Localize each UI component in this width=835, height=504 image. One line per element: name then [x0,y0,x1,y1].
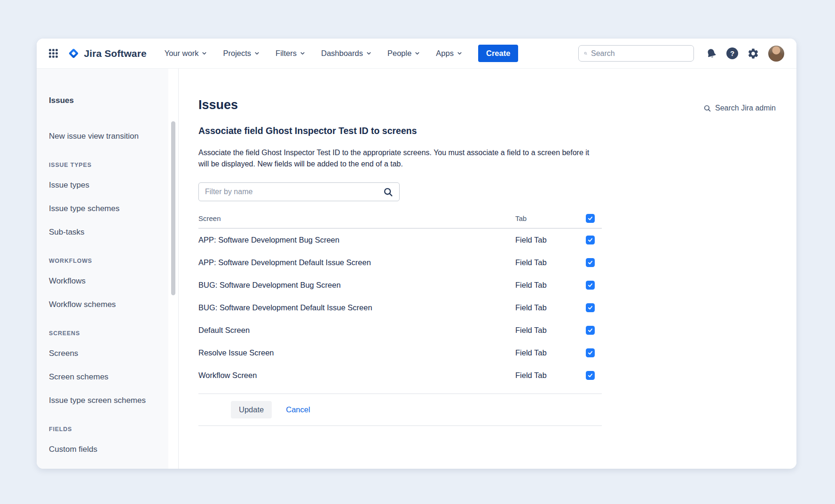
sidebar-section-issue-types: ISSUE TYPES [49,162,159,168]
filter-by-name-input[interactable] [205,188,379,196]
jira-diamond-icon [67,47,80,60]
sidebar-item-sub-tasks[interactable]: Sub-tasks [49,228,159,236]
sidebar-item-screens[interactable]: Screens [49,349,159,358]
nav-projects[interactable]: Projects [223,49,260,58]
nav-label: Your work [165,49,199,58]
screen-name: APP: Software Development Bug Screen [198,236,515,244]
nav-label: People [387,49,411,58]
app-switcher-icon[interactable] [49,49,58,58]
sidebar-item-custom-fields[interactable]: Custom fields [49,445,159,454]
row-checkbox[interactable] [586,326,595,335]
search-icon [383,187,393,197]
table-row: Resolve Issue Screen Field Tab [198,341,602,364]
main-content: Search Jira admin Issues Associate field… [179,69,796,469]
nav-dashboards[interactable]: Dashboards [321,49,371,58]
chevron-down-icon [202,51,207,56]
screen-name: APP: Software Development Default Issue … [198,258,515,267]
screens-table: Screen Tab APP: Software Development Bug… [198,209,602,386]
tab-name: Field Tab [515,326,586,335]
sidebar-item-screen-schemes[interactable]: Screen schemes [49,373,159,381]
cancel-link[interactable]: Cancel [286,405,310,414]
row-checkbox[interactable] [586,236,595,244]
tab-name: Field Tab [515,371,586,380]
search-jira-admin-label: Search Jira admin [715,104,776,112]
top-navigation-bar: Jira Software Your work Projects Filters… [37,39,796,69]
nav-your-work[interactable]: Your work [165,49,207,58]
sidebar-scrollbar-track [168,69,178,469]
sidebar-item-issue-type-schemes[interactable]: Issue type schemes [49,205,159,213]
tab-name: Field Tab [515,348,586,357]
chevron-down-icon [415,51,420,56]
primary-nav: Your work Projects Filters Dashboards Pe… [165,49,462,58]
chevron-down-icon [457,51,462,56]
sidebar-item-issue-types[interactable]: Issue types [49,181,159,189]
sidebar-scrollbar-thumb[interactable] [171,121,175,295]
global-search[interactable] [578,45,694,62]
select-all-checkbox[interactable] [586,214,595,223]
table-row: Workflow Screen Field Tab [198,364,602,386]
sidebar-title: Issues [49,96,159,105]
table-row: BUG: Software Development Bug Screen Fie… [198,274,602,296]
logo-text: Jira Software [84,48,147,59]
row-checkbox[interactable] [586,348,595,357]
chevron-down-icon [366,51,371,56]
screen-name: Resolve Issue Screen [198,348,515,357]
sidebar-section-workflows: WORKFLOWS [49,258,159,264]
sidebar-item-issue-type-screen-schemes[interactable]: Issue type screen schemes [49,396,159,405]
screen-name: Workflow Screen [198,371,515,380]
table-row: APP: Software Development Default Issue … [198,251,602,274]
nav-label: Apps [436,49,454,58]
nav-label: Filters [276,49,297,58]
associate-field-heading: Associate field Ghost Inspector Test ID … [198,126,776,136]
update-button[interactable]: Update [231,401,272,418]
notifications-bell-icon[interactable] [705,47,717,60]
admin-sidebar: Issues New issue view transition ISSUE T… [37,69,179,469]
chevron-down-icon [300,51,305,56]
global-search-input[interactable] [591,49,688,58]
page-title: Issues [198,98,776,112]
nav-label: Dashboards [321,49,363,58]
row-checkbox[interactable] [586,303,595,312]
table-row: BUG: Software Development Default Issue … [198,296,602,319]
associate-field-description: Associate the field Ghost Inspector Test… [198,147,591,170]
sidebar-section-fields: FIELDS [49,426,159,433]
window-body: Issues New issue view transition ISSUE T… [37,69,796,469]
create-button[interactable]: Create [478,45,518,62]
filter-by-name-field[interactable] [198,182,400,201]
row-checkbox[interactable] [586,258,595,267]
sidebar-item-workflows[interactable]: Workflows [49,277,159,285]
search-jira-admin-link[interactable]: Search Jira admin [703,104,776,112]
nav-people[interactable]: People [387,49,420,58]
table-row: Default Screen Field Tab [198,319,602,341]
nav-label: Projects [223,49,251,58]
help-icon[interactable]: ? [726,47,738,59]
tab-name: Field Tab [515,258,586,267]
divider [198,425,602,426]
screen-name: BUG: Software Development Default Issue … [198,303,515,312]
table-row: APP: Software Development Bug Screen Fie… [198,228,602,251]
sidebar-item-workflow-schemes[interactable]: Workflow schemes [49,300,159,309]
desktop: { "topbar": { "logo_text": "Jira Softwar… [0,0,835,504]
nav-filters[interactable]: Filters [276,49,305,58]
user-avatar[interactable] [768,46,784,62]
jira-app-window: Jira Software Your work Projects Filters… [37,39,796,469]
column-header-tab: Tab [515,214,586,222]
row-checkbox[interactable] [586,281,595,290]
tab-name: Field Tab [515,281,586,290]
sidebar-item-new-issue-view-transition[interactable]: New issue view transition [49,132,159,141]
sidebar-section-screens: SCREENS [49,331,159,337]
tab-name: Field Tab [515,236,586,244]
settings-gear-icon[interactable] [747,47,759,60]
screen-name: BUG: Software Development Bug Screen [198,281,515,290]
topbar-actions: ? [705,46,784,62]
screen-name: Default Screen [198,326,515,335]
column-header-screen: Screen [198,214,515,222]
search-icon [703,104,711,112]
table-header-row: Screen Tab [198,209,602,228]
search-icon [584,49,587,57]
chevron-down-icon [254,51,260,56]
jira-logo[interactable]: Jira Software [67,47,147,60]
tab-name: Field Tab [515,303,586,312]
nav-apps[interactable]: Apps [436,49,462,58]
row-checkbox[interactable] [586,371,595,380]
